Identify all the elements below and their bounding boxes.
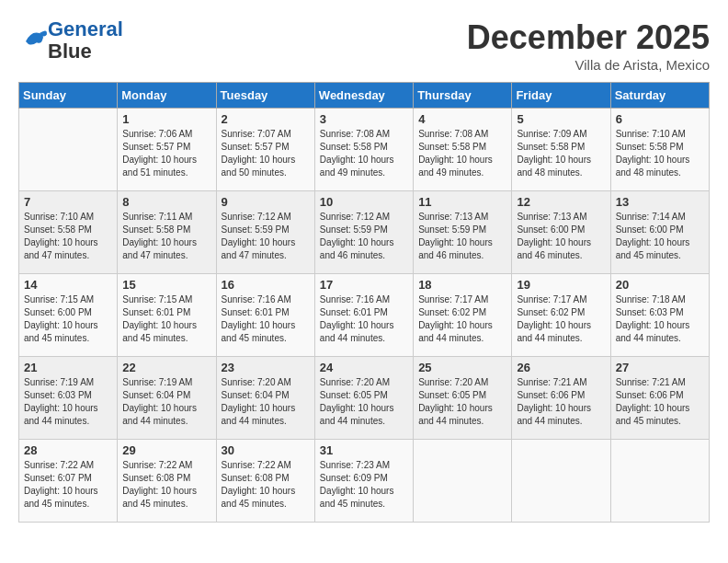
weekday-header-monday: Monday (118, 83, 216, 109)
calendar-cell: 10Sunrise: 7:12 AM Sunset: 5:59 PM Dayli… (314, 191, 413, 274)
day-number: 18 (418, 278, 506, 292)
day-info: Sunrise: 7:17 AM Sunset: 6:02 PM Dayligh… (517, 293, 605, 345)
day-info: Sunrise: 7:20 AM Sunset: 6:04 PM Dayligh… (222, 376, 310, 428)
calendar-cell (19, 109, 118, 191)
calendar-table: SundayMondayTuesdayWednesdayThursdayFrid… (18, 82, 710, 523)
calendar-week-3: 14Sunrise: 7:15 AM Sunset: 6:00 PM Dayli… (19, 274, 710, 357)
day-number: 29 (122, 443, 210, 457)
day-info: Sunrise: 7:11 AM Sunset: 5:58 PM Dayligh… (122, 211, 210, 262)
calendar-cell: 18Sunrise: 7:17 AM Sunset: 6:02 PM Dayli… (414, 274, 512, 357)
day-info: Sunrise: 7:12 AM Sunset: 5:59 PM Dayligh… (222, 211, 310, 262)
calendar-cell: 19Sunrise: 7:17 AM Sunset: 6:02 PM Dayli… (512, 274, 610, 357)
logo-text: GeneralBlue (48, 18, 123, 63)
day-number: 13 (616, 195, 704, 209)
day-number: 24 (320, 361, 408, 374)
day-info: Sunrise: 7:08 AM Sunset: 5:58 PM Dayligh… (418, 128, 506, 179)
calendar-cell: 27Sunrise: 7:21 AM Sunset: 6:06 PM Dayli… (610, 357, 709, 440)
day-number: 23 (222, 361, 310, 374)
calendar-week-5: 28Sunrise: 7:22 AM Sunset: 6:07 PM Dayli… (19, 440, 710, 523)
day-info: Sunrise: 7:22 AM Sunset: 6:08 PM Dayligh… (222, 459, 310, 511)
calendar-cell: 8Sunrise: 7:11 AM Sunset: 5:58 PM Daylig… (118, 191, 216, 274)
day-number: 8 (122, 195, 210, 209)
calendar-cell: 14Sunrise: 7:15 AM Sunset: 6:00 PM Dayli… (19, 274, 118, 357)
day-info: Sunrise: 7:16 AM Sunset: 6:01 PM Dayligh… (222, 293, 310, 345)
weekday-header-tuesday: Tuesday (216, 83, 314, 109)
calendar-cell: 6Sunrise: 7:10 AM Sunset: 5:58 PM Daylig… (610, 109, 709, 191)
calendar-cell: 2Sunrise: 7:07 AM Sunset: 5:57 PM Daylig… (216, 109, 314, 191)
day-number: 7 (24, 195, 112, 209)
weekday-header-wednesday: Wednesday (314, 83, 413, 109)
day-info: Sunrise: 7:09 AM Sunset: 5:58 PM Dayligh… (517, 128, 605, 179)
day-number: 20 (616, 278, 704, 292)
day-info: Sunrise: 7:16 AM Sunset: 6:01 PM Dayligh… (320, 293, 408, 345)
day-number: 28 (24, 443, 112, 457)
day-info: Sunrise: 7:06 AM Sunset: 5:57 PM Dayligh… (122, 128, 210, 179)
day-number: 27 (616, 361, 704, 374)
calendar-cell: 4Sunrise: 7:08 AM Sunset: 5:58 PM Daylig… (414, 109, 512, 191)
day-number: 17 (320, 278, 408, 292)
weekday-header-saturday: Saturday (610, 83, 709, 109)
day-info: Sunrise: 7:20 AM Sunset: 6:05 PM Dayligh… (418, 376, 506, 428)
calendar-cell: 17Sunrise: 7:16 AM Sunset: 6:01 PM Dayli… (314, 274, 413, 357)
weekday-header-friday: Friday (512, 83, 610, 109)
calendar-cell: 31Sunrise: 7:23 AM Sunset: 6:09 PM Dayli… (314, 440, 413, 523)
day-info: Sunrise: 7:10 AM Sunset: 5:58 PM Dayligh… (24, 211, 112, 262)
calendar-cell: 21Sunrise: 7:19 AM Sunset: 6:03 PM Dayli… (19, 357, 118, 440)
calendar-cell: 5Sunrise: 7:09 AM Sunset: 5:58 PM Daylig… (512, 109, 610, 191)
day-number: 4 (418, 112, 506, 126)
day-info: Sunrise: 7:20 AM Sunset: 6:05 PM Dayligh… (320, 376, 408, 428)
calendar-cell: 12Sunrise: 7:13 AM Sunset: 6:00 PM Dayli… (512, 191, 610, 274)
day-number: 22 (122, 361, 210, 374)
calendar-cell: 26Sunrise: 7:21 AM Sunset: 6:06 PM Dayli… (512, 357, 610, 440)
day-info: Sunrise: 7:07 AM Sunset: 5:57 PM Dayligh… (222, 128, 310, 179)
day-info: Sunrise: 7:19 AM Sunset: 6:03 PM Dayligh… (24, 376, 112, 428)
calendar-cell: 29Sunrise: 7:22 AM Sunset: 6:08 PM Dayli… (118, 440, 216, 523)
calendar-cell: 24Sunrise: 7:20 AM Sunset: 6:05 PM Dayli… (314, 357, 413, 440)
page-header: GeneralBlue December 2025 Villa de Arist… (18, 18, 710, 73)
day-number: 5 (517, 112, 605, 126)
calendar-week-4: 21Sunrise: 7:19 AM Sunset: 6:03 PM Dayli… (19, 357, 710, 440)
calendar-cell: 20Sunrise: 7:18 AM Sunset: 6:03 PM Dayli… (610, 274, 709, 357)
day-info: Sunrise: 7:08 AM Sunset: 5:58 PM Dayligh… (320, 128, 408, 179)
title-block: December 2025 Villa de Arista, Mexico (467, 18, 710, 73)
calendar-cell: 11Sunrise: 7:13 AM Sunset: 5:59 PM Dayli… (414, 191, 512, 274)
calendar-cell: 22Sunrise: 7:19 AM Sunset: 6:04 PM Dayli… (118, 357, 216, 440)
calendar-cell: 15Sunrise: 7:15 AM Sunset: 6:01 PM Dayli… (118, 274, 216, 357)
calendar-cell (512, 440, 610, 523)
calendar-cell: 23Sunrise: 7:20 AM Sunset: 6:04 PM Dayli… (216, 357, 314, 440)
calendar-cell: 16Sunrise: 7:16 AM Sunset: 6:01 PM Dayli… (216, 274, 314, 357)
calendar-cell: 25Sunrise: 7:20 AM Sunset: 6:05 PM Dayli… (414, 357, 512, 440)
day-info: Sunrise: 7:18 AM Sunset: 6:03 PM Dayligh… (616, 293, 704, 345)
day-number: 12 (517, 195, 605, 209)
calendar-cell (610, 440, 709, 523)
day-info: Sunrise: 7:23 AM Sunset: 6:09 PM Dayligh… (320, 459, 408, 511)
day-info: Sunrise: 7:21 AM Sunset: 6:06 PM Dayligh… (517, 376, 605, 428)
day-info: Sunrise: 7:13 AM Sunset: 6:00 PM Dayligh… (517, 211, 605, 262)
day-number: 15 (122, 278, 210, 292)
weekday-header-thursday: Thursday (414, 83, 512, 109)
day-info: Sunrise: 7:15 AM Sunset: 6:00 PM Dayligh… (24, 293, 112, 345)
day-info: Sunrise: 7:12 AM Sunset: 5:59 PM Dayligh… (320, 211, 408, 262)
calendar-week-2: 7Sunrise: 7:10 AM Sunset: 5:58 PM Daylig… (19, 191, 710, 274)
day-number: 6 (616, 112, 704, 126)
calendar-cell: 13Sunrise: 7:14 AM Sunset: 6:00 PM Dayli… (610, 191, 709, 274)
logo-icon (20, 25, 48, 52)
day-number: 2 (222, 112, 310, 126)
location-subtitle: Villa de Arista, Mexico (467, 57, 710, 73)
day-number: 9 (222, 195, 310, 209)
calendar-header-row: SundayMondayTuesdayWednesdayThursdayFrid… (19, 83, 710, 109)
calendar-cell: 9Sunrise: 7:12 AM Sunset: 5:59 PM Daylig… (216, 191, 314, 274)
calendar-cell: 7Sunrise: 7:10 AM Sunset: 5:58 PM Daylig… (19, 191, 118, 274)
day-number: 26 (517, 361, 605, 374)
calendar-cell: 3Sunrise: 7:08 AM Sunset: 5:58 PM Daylig… (314, 109, 413, 191)
day-info: Sunrise: 7:21 AM Sunset: 6:06 PM Dayligh… (616, 376, 704, 428)
calendar-cell: 1Sunrise: 7:06 AM Sunset: 5:57 PM Daylig… (118, 109, 216, 191)
day-number: 19 (517, 278, 605, 292)
day-info: Sunrise: 7:17 AM Sunset: 6:02 PM Dayligh… (418, 293, 506, 345)
logo: GeneralBlue (18, 18, 123, 63)
day-info: Sunrise: 7:19 AM Sunset: 6:04 PM Dayligh… (122, 376, 210, 428)
day-number: 31 (320, 443, 408, 457)
calendar-cell (414, 440, 512, 523)
day-number: 21 (24, 361, 112, 374)
calendar-cell: 30Sunrise: 7:22 AM Sunset: 6:08 PM Dayli… (216, 440, 314, 523)
